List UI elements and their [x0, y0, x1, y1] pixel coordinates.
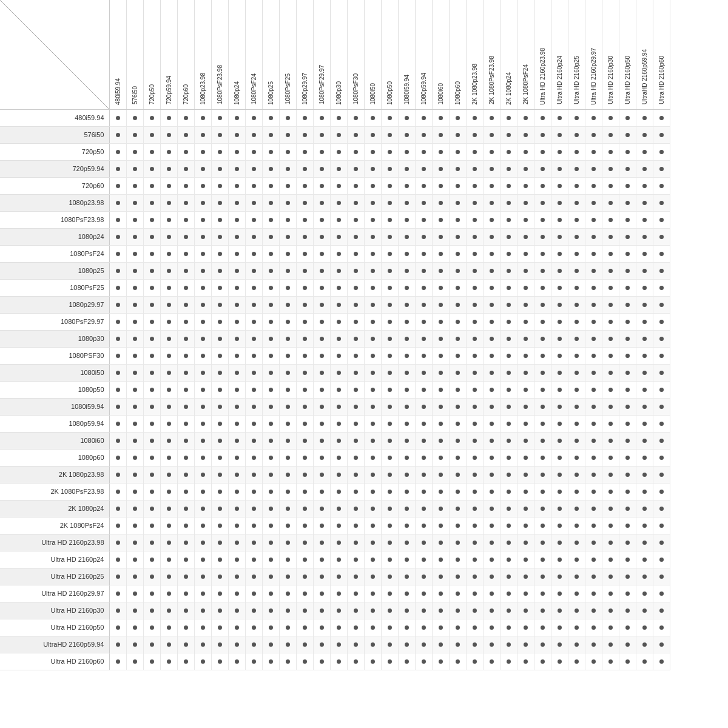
dot-icon: [524, 116, 528, 120]
dot-icon: [133, 507, 137, 511]
dot-cell: [347, 551, 364, 568]
dot-icon: [456, 456, 460, 460]
dot-icon: [218, 625, 222, 630]
dot-cell: [483, 194, 500, 211]
dot-icon: [490, 575, 494, 579]
dot-cell: [517, 296, 534, 313]
dot-cell: [449, 228, 466, 245]
dot-cell: [568, 262, 585, 279]
dot-icon: [252, 456, 256, 460]
dot-icon: [235, 456, 239, 460]
dot-cell: [415, 347, 432, 364]
dot-cell: [194, 126, 211, 143]
dot-cell: [109, 534, 126, 551]
dot-cell: [143, 262, 160, 279]
dot-cell: [517, 653, 534, 670]
dot-cell: [517, 262, 534, 279]
dot-cell: [245, 398, 262, 415]
dot-icon: [642, 473, 647, 477]
dot-cell: [602, 398, 619, 415]
dot-cell: [432, 551, 449, 568]
dot-cell: [228, 517, 245, 534]
dot-cell: [228, 381, 245, 398]
dot-cell: [551, 228, 568, 245]
dot-icon: [320, 507, 324, 511]
dot-cell: [585, 177, 602, 194]
dot-icon: [201, 218, 205, 222]
dot-cell: [500, 585, 517, 602]
dot-cell: [449, 500, 466, 517]
dot-cell: [381, 143, 398, 160]
dot-cell: [500, 245, 517, 262]
dot-icon: [286, 167, 290, 171]
dot-cell: [568, 109, 585, 126]
dot-icon: [150, 218, 154, 222]
dot-icon: [625, 608, 630, 613]
dot-cell: [432, 500, 449, 517]
dot-cell: [109, 415, 126, 432]
dot-cell: [466, 381, 483, 398]
dot-icon: [133, 405, 137, 409]
dot-cell: [330, 143, 347, 160]
dot-icon: [405, 218, 409, 222]
dot-icon: [252, 150, 256, 154]
dot-icon: [303, 642, 307, 647]
dot-icon: [592, 303, 596, 307]
dot-cell: [347, 364, 364, 381]
dot-icon: [575, 456, 579, 460]
dot-icon: [133, 422, 137, 426]
dot-cell: [653, 534, 670, 551]
dot-icon: [575, 201, 579, 205]
dot-cell: [653, 364, 670, 381]
dot-cell: [619, 109, 636, 126]
dot-icon: [592, 405, 596, 409]
dot-cell: [364, 381, 381, 398]
table-row: 1080PsF29.97: [0, 313, 670, 330]
dot-cell: [160, 126, 177, 143]
dot-cell: [466, 602, 483, 619]
dot-icon: [642, 116, 647, 120]
dot-cell: [449, 245, 466, 262]
dot-cell: [194, 636, 211, 653]
dot-icon: [625, 150, 630, 154]
dot-cell: [262, 347, 279, 364]
dot-cell: [296, 500, 313, 517]
dot-icon: [659, 405, 664, 409]
dot-cell: [432, 585, 449, 602]
dot-cell: [432, 364, 449, 381]
dot-cell: [466, 449, 483, 466]
dot-icon: [218, 558, 222, 562]
dot-cell: [534, 296, 551, 313]
dot-cell: [551, 415, 568, 432]
dot-cell: [245, 177, 262, 194]
dot-cell: [619, 313, 636, 330]
dot-icon: [218, 388, 222, 392]
dot-icon: [473, 218, 477, 222]
dot-icon: [371, 235, 375, 239]
dot-cell: [330, 313, 347, 330]
dot-icon: [405, 320, 409, 324]
dot-icon: [184, 303, 188, 307]
dot-icon: [303, 167, 307, 171]
dot-icon: [422, 201, 426, 205]
dot-cell: [330, 619, 347, 636]
dot-cell: [449, 466, 466, 483]
dot-cell: [279, 500, 296, 517]
dot-icon: [473, 405, 477, 409]
dot-cell: [245, 262, 262, 279]
dot-icon: [625, 439, 630, 443]
dot-cell: [279, 432, 296, 449]
dot-cell: [279, 381, 296, 398]
dot-icon: [625, 303, 630, 307]
dot-icon: [371, 524, 375, 528]
dot-cell: [296, 398, 313, 415]
dot-cell: [296, 381, 313, 398]
dot-icon: [405, 303, 409, 307]
dot-icon: [659, 354, 664, 358]
dot-icon: [490, 150, 494, 154]
dot-cell: [160, 619, 177, 636]
dot-cell: [364, 177, 381, 194]
dot-icon: [354, 608, 358, 613]
dot-icon: [303, 439, 307, 443]
dot-cell: [619, 619, 636, 636]
